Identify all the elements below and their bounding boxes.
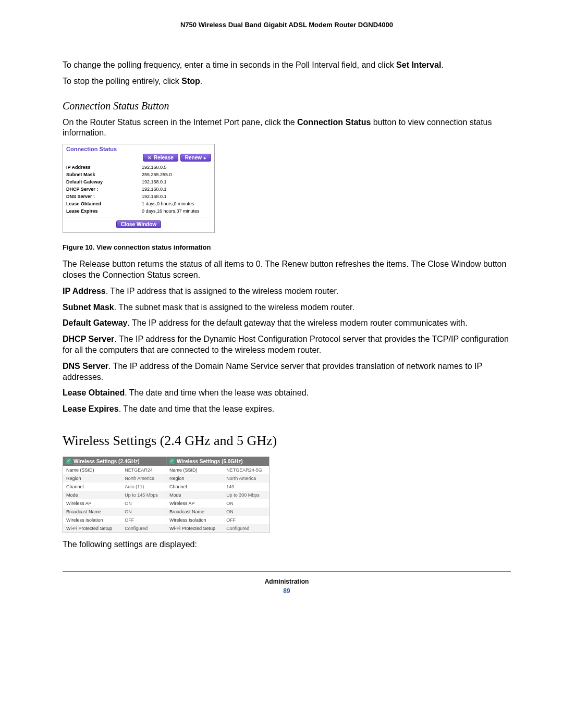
button-label: Renew — [185, 155, 202, 161]
table-row: Wireless APON — [166, 499, 269, 508]
row-label: Subnet Mask — [63, 171, 139, 178]
row-value: Configured — [121, 524, 166, 533]
row-value: Up to 145 Mbps — [121, 491, 166, 499]
row-label: Name (SSID) — [63, 466, 121, 474]
table-row: Name (SSID)NETGEAR24 — [63, 466, 166, 474]
wifi-5ghz-table: Name (SSID)NETGEAR24-5G RegionNorth Amer… — [166, 466, 269, 533]
wifi-after-para: The following settings are displayed: — [63, 539, 511, 550]
table-row: Wi-Fi Protected SetupConfigured — [166, 524, 269, 533]
row-label: Channel — [63, 483, 121, 491]
wifi-5ghz-column: Wireless Settings (5.0GHz) Name (SSID)NE… — [166, 457, 269, 533]
wireless-settings-panel: Wireless Settings (2.4GHz) Name (SSID)NE… — [63, 456, 270, 533]
table-row: DNS Server :192.168.0.1 — [63, 193, 214, 200]
term: DNS Server — [63, 362, 108, 371]
row-label: Wireless AP — [63, 499, 121, 508]
row-value: 192.168.0.1 — [139, 186, 214, 193]
row-value: Configured — [223, 524, 269, 533]
def-default-gateway: Default Gateway. The IP address for the … — [63, 318, 511, 329]
button-label: Release — [154, 155, 174, 161]
row-label: Wireless Isolation — [63, 516, 121, 524]
header-label: Wireless Settings (2.4GHz) — [74, 459, 140, 464]
term: Subnet Mask — [63, 303, 114, 312]
row-value: ON — [223, 508, 269, 516]
text: On the Router Status screen in the Inter… — [63, 118, 297, 127]
row-value: 192.168.0.1 — [139, 178, 214, 186]
page-footer: Administration 89 — [63, 571, 511, 595]
table-row: DHCP Server :192.168.0.1 — [63, 186, 214, 193]
wifi-5ghz-header[interactable]: Wireless Settings (5.0GHz) — [166, 457, 269, 466]
row-label: Lease Expires — [63, 207, 139, 215]
table-row: Lease Expires0 days,16 hours,37 minutes — [63, 207, 214, 215]
arrow-right-icon — [204, 155, 206, 161]
row-label: Wi-Fi Protected Setup — [166, 524, 223, 533]
def-subnet-mask: Subnet Mask. The subnet mask that is ass… — [63, 302, 511, 313]
def-ip-address: IP Address. The IP address that is assig… — [63, 286, 511, 297]
row-label: DHCP Server : — [63, 186, 139, 193]
row-label: Mode — [63, 491, 121, 499]
release-button[interactable]: Release — [143, 154, 178, 162]
check-icon — [169, 459, 175, 464]
row-value: 192.168.0.5 — [139, 164, 214, 171]
renew-button[interactable]: Renew — [180, 154, 211, 162]
term: Lease Expires — [63, 404, 119, 413]
text: . The IP address that is assigned to the… — [106, 287, 339, 295]
def-dns-server: DNS Server. The IP address of the Domain… — [63, 361, 511, 383]
wifi-24ghz-header[interactable]: Wireless Settings (2.4GHz) — [63, 457, 166, 466]
term: Lease Obtained — [63, 388, 125, 397]
term: Default Gateway — [63, 318, 127, 327]
row-value: ON — [121, 499, 166, 508]
row-value: ON — [223, 499, 269, 508]
table-row: Subnet Mask255.255.255.0 — [63, 171, 214, 178]
text: To stop the polling entirely, click — [63, 77, 181, 85]
stop-term: Stop — [181, 77, 200, 85]
def-lease-expires: Lease Expires. The date and time that th… — [63, 404, 511, 415]
text: To change the polling frequency, enter a… — [63, 60, 396, 69]
text: . — [200, 77, 202, 85]
table-row: ModeUp to 145 Mbps — [63, 491, 166, 499]
row-label: Region — [166, 474, 223, 483]
text: . The IP address for the Dynamic Host Co… — [63, 335, 509, 354]
row-label: Default Gateway — [63, 178, 139, 186]
table-row: Lease Obtained1 days,0 hours,0 minutes — [63, 200, 214, 207]
row-value: OFF — [121, 516, 166, 524]
close-window-button[interactable]: Close Window — [116, 220, 161, 228]
button-label: Close Window — [121, 221, 156, 227]
row-label: Wireless AP — [166, 499, 223, 508]
connection-status-panel: Connection Status Release Renew IP Addre… — [63, 144, 215, 233]
row-label: IP Address — [63, 164, 139, 171]
table-row: Broadcast NameON — [63, 508, 166, 516]
row-value: 0 days,16 hours,37 minutes — [139, 207, 214, 215]
wireless-settings-heading: Wireless Settings (2.4 GHz and 5 GHz) — [63, 433, 511, 449]
table-row: Name (SSID)NETGEAR24-5G — [166, 466, 269, 474]
chapter-name: Administration — [63, 578, 511, 585]
table-row: Broadcast NameON — [166, 508, 269, 516]
row-label: Broadcast Name — [63, 508, 121, 516]
header-label: Wireless Settings (5.0GHz) — [177, 459, 243, 464]
table-row: ModeUp to 300 Mbps — [166, 491, 269, 499]
connection-status-heading: Connection Status Button — [63, 100, 511, 112]
term: IP Address — [63, 287, 106, 295]
check-icon — [66, 459, 71, 464]
text: . The subnet mask that is assigned to th… — [114, 303, 354, 312]
intro-para-2: To stop the polling entirely, click Stop… — [63, 76, 511, 87]
row-value: Auto (11) — [121, 483, 166, 491]
row-value: 1 days,0 hours,0 minutes — [139, 200, 214, 207]
table-row: ChannelAuto (11) — [63, 483, 166, 491]
row-value: NETGEAR24-5G — [223, 466, 269, 474]
row-value: OFF — [223, 516, 269, 524]
row-value: Up to 300 Mbps — [223, 491, 269, 499]
page-number: 89 — [63, 587, 511, 595]
def-dhcp-server: DHCP Server. The IP address for the Dyna… — [63, 334, 511, 356]
row-value: 149 — [223, 483, 269, 491]
text: . The date and time when the lease was o… — [125, 388, 309, 397]
def-lease-obtained: Lease Obtained. The date and time when t… — [63, 388, 511, 399]
wifi-24ghz-column: Wireless Settings (2.4GHz) Name (SSID)NE… — [63, 457, 166, 533]
table-row: Wireless IsolationOFF — [63, 516, 166, 524]
table-row: Wi-Fi Protected SetupConfigured — [63, 524, 166, 533]
connection-status-table: IP Address192.168.0.5 Subnet Mask255.255… — [63, 164, 214, 215]
row-label: Region — [63, 474, 121, 483]
connection-status-term: Connection Status — [297, 118, 371, 127]
term: DHCP Server — [63, 335, 114, 343]
connection-status-title: Connection Status — [63, 144, 214, 154]
document-header: N750 Wireless Dual Band Gigabit ADSL Mod… — [63, 21, 511, 29]
